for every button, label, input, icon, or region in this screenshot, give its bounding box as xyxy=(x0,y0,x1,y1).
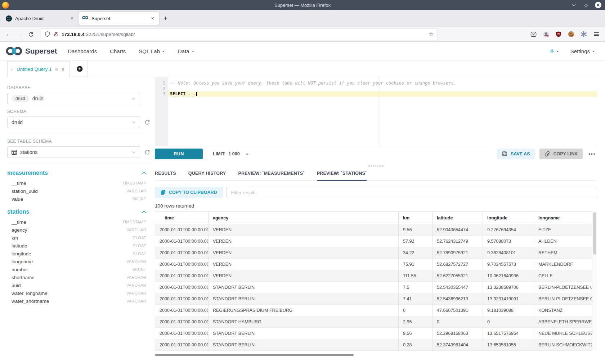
url-text[interactable]: 172.18.0.4:32251/superset/sqllab/ xyxy=(62,32,426,37)
tab-close-icon[interactable]: × xyxy=(150,15,156,22)
refresh-schemas-icon[interactable] xyxy=(143,119,151,125)
column-name: station_uuid xyxy=(12,188,38,194)
shield-icon[interactable] xyxy=(45,31,50,37)
table-cell: 2000-01-01T00:00:00.000Z xyxy=(155,305,209,316)
table-cell: 7.41 xyxy=(399,293,433,305)
collapse-chevron-up-icon[interactable] xyxy=(142,172,146,174)
nav-item-sql-lab[interactable]: SQL Lab xyxy=(139,48,165,54)
insecure-lock-icon[interactable] xyxy=(53,31,58,37)
minimize-icon[interactable] xyxy=(570,2,577,8)
superset-logo[interactable]: Superset xyxy=(6,46,57,56)
column-header-time[interactable]: __time xyxy=(155,212,209,224)
column-type: BIGINT xyxy=(133,197,146,201)
table-cell: 2.95 xyxy=(399,316,433,328)
nav-item-data[interactable]: Data xyxy=(178,48,194,54)
more-actions-button[interactable]: ••• xyxy=(587,151,597,156)
cookie-icon[interactable] xyxy=(568,31,575,38)
sql-lab-sidebar: DATABASE druid druid SCHEMA druid xyxy=(0,77,155,364)
url-bar[interactable]: 172.18.0.4:32251/superset/sqllab/ ☆ xyxy=(41,29,437,40)
forward-button[interactable]: → xyxy=(14,29,25,39)
menu-icon[interactable] xyxy=(593,31,600,38)
maximize-icon[interactable]: ◇ xyxy=(583,2,589,8)
limit-dropdown[interactable]: LIMIT: 1 000 xyxy=(213,151,248,156)
sql-editor[interactable]: 1 2 3 -- Note: Unless you save your quer… xyxy=(155,77,597,146)
back-button[interactable]: ← xyxy=(4,29,14,39)
nav-item-charts[interactable]: Charts xyxy=(110,48,126,54)
schema-table-heading[interactable]: measurements xyxy=(7,170,151,176)
browser-tab-superset[interactable]: Superset × xyxy=(79,12,159,25)
browser-tab-apache-druid[interactable]: Apache Druid × xyxy=(2,12,79,25)
vertical-scrollbar[interactable] xyxy=(592,211,597,351)
vertical-scrollbar-thumb[interactable] xyxy=(593,212,596,255)
database-pill: druid xyxy=(12,95,29,102)
column-name: number xyxy=(12,267,28,272)
database-select[interactable]: druid druid xyxy=(7,93,140,104)
extension-asterisk-icon[interactable] xyxy=(580,31,587,38)
schema-table-stations: stations__timeTIMESTAMPagencyVARCHARkmFL… xyxy=(7,209,151,305)
save-as-button[interactable]: SAVE AS xyxy=(497,149,535,159)
column-header-km[interactable]: km xyxy=(399,212,433,224)
nav-item-dashboards[interactable]: Dashboards xyxy=(68,48,97,54)
table-cell: 9.3828408101 xyxy=(483,247,534,259)
table-cell: EITZE xyxy=(534,224,592,236)
query-tab-untitled-query-1[interactable]: Untitled Query 1 × xyxy=(7,61,70,77)
schema-select[interactable]: druid xyxy=(7,117,140,128)
column-type: TIMESTAMP xyxy=(122,220,146,224)
result-tab-results[interactable]: RESULTS xyxy=(155,171,176,181)
chevron-down-icon xyxy=(132,97,136,100)
reload-button[interactable] xyxy=(25,29,36,39)
table-cell: 52.5436996213 xyxy=(433,293,483,305)
pane-splitter[interactable] xyxy=(155,161,597,170)
settings-menu[interactable]: Settings xyxy=(570,48,595,54)
table-cell: 9.56 xyxy=(399,224,433,236)
copy-link-button[interactable]: COPY LINK xyxy=(539,149,583,159)
table-cell: 75.91 xyxy=(399,259,433,270)
filter-results-input[interactable] xyxy=(227,187,597,198)
column-name: agency xyxy=(12,227,27,233)
close-window-icon[interactable] xyxy=(595,2,601,8)
collapse-chevron-up-icon[interactable] xyxy=(142,210,146,213)
refresh-tables-icon[interactable] xyxy=(143,149,151,155)
add-query-tab-button[interactable] xyxy=(72,61,88,77)
column-type: TIMESTAMP xyxy=(122,181,146,185)
svg-text:UO: UO xyxy=(557,32,560,35)
table-cell: 0 xyxy=(433,316,483,328)
pocket-icon[interactable] xyxy=(530,31,537,38)
result-tab-preview-stations[interactable]: PREVIEW: `STATIONS` xyxy=(317,171,367,181)
result-tab-query-history[interactable]: QUERY HISTORY xyxy=(188,171,226,181)
column-header-longitude[interactable]: longitude xyxy=(483,212,534,224)
horizontal-scrollbar-thumb[interactable] xyxy=(155,354,354,356)
schema-table-heading[interactable]: stations xyxy=(7,209,151,215)
new-item-button[interactable]: + xyxy=(550,47,559,55)
column-header-agency[interactable]: agency xyxy=(209,212,399,224)
result-tab-preview-measurements[interactable]: PREVIEW: `MEASUREMENTS` xyxy=(238,171,305,181)
column-header-longname[interactable]: longname xyxy=(534,212,592,224)
ublock-icon[interactable]: UO xyxy=(555,31,562,38)
account-extension-icon[interactable] xyxy=(542,31,550,38)
result-tab-bar: RESULTSQUERY HISTORYPREVIEW: `MEASUREMEN… xyxy=(155,170,597,181)
table-cell: KONSTANZ xyxy=(534,305,592,316)
column-header-latitude[interactable]: latitude xyxy=(433,212,483,224)
table-cell: NEUE MÜHLE SCHLEUSE OP xyxy=(534,328,592,339)
chevron-down-icon xyxy=(556,51,559,52)
copy-to-clipboard-button[interactable]: COPY TO CLIPBOARD xyxy=(155,187,223,198)
schema-table-name: measurements xyxy=(7,170,48,176)
active-code-line: SELECT ... xyxy=(168,91,597,97)
table-row: 2000-01-01T00:00:00.000ZVERDEN57.9252.76… xyxy=(155,236,592,247)
table-schema-select[interactable]: stations xyxy=(7,146,140,158)
drag-handle-icon[interactable] xyxy=(11,68,13,71)
new-tab-button[interactable]: + xyxy=(159,15,172,22)
bookmark-star-icon[interactable]: ☆ xyxy=(429,31,434,37)
close-query-tab-icon[interactable]: × xyxy=(62,67,64,72)
chevron-down-icon xyxy=(192,51,194,52)
tab-close-icon[interactable]: × xyxy=(69,15,75,22)
table-cell: 2000-01-01T00:00:00.000Z xyxy=(155,236,209,247)
column-name: longitude xyxy=(12,251,31,256)
table-row: 2000-01-01T00:00:00.000ZSTANDORT HAMBURG… xyxy=(155,316,592,328)
see-table-schema-label: SEE TABLE SCHEMA xyxy=(7,139,151,144)
superset-app: Superset DashboardsChartsSQL LabData + S… xyxy=(0,42,605,364)
run-button[interactable]: RUN xyxy=(155,149,203,159)
superset-logo-icon xyxy=(6,46,22,56)
editor-code-area[interactable]: -- Note: Unless you save your query, the… xyxy=(168,77,597,146)
table-cell: 52.7624312749 xyxy=(433,236,483,247)
